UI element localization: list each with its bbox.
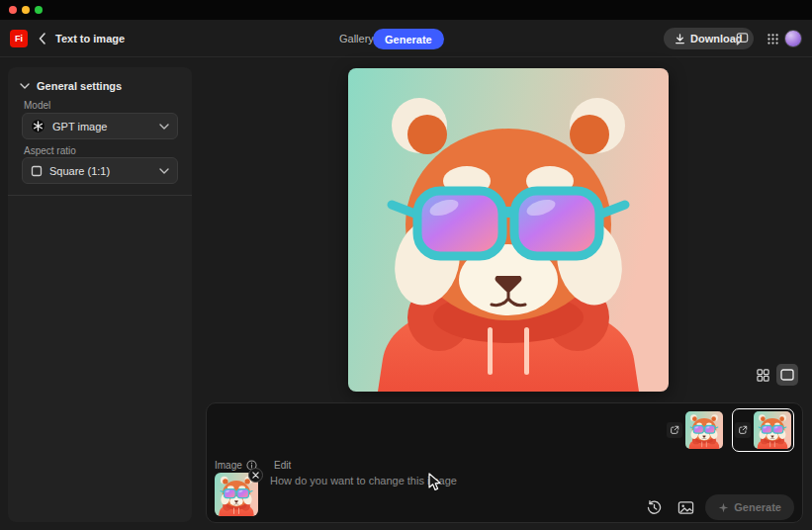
gpt-image-model-icon	[31, 119, 45, 133]
view-mode-toggles	[752, 364, 798, 386]
generate-button-top[interactable]: Generate	[373, 29, 444, 49]
aspect-ratio-label: Aspect ratio	[24, 145, 76, 156]
firefly-app-window: Fi Text to image Gallery Generate Downlo…	[0, 0, 812, 530]
image-label-text: Image	[215, 460, 242, 471]
open-in-new-button[interactable]	[735, 422, 751, 438]
model-value: GPT image	[52, 121, 152, 132]
minimize-window-button[interactable]	[22, 6, 30, 14]
apps-grid-icon	[767, 33, 779, 45]
zoom-window-button[interactable]	[35, 6, 43, 14]
open-in-new-button[interactable]	[667, 422, 682, 438]
grid-view-button[interactable]	[752, 364, 773, 386]
grid-view-icon	[757, 369, 769, 382]
reference-image-icon	[677, 499, 694, 516]
sparkle-icon	[718, 502, 729, 513]
generation-thumbnail-1[interactable]	[664, 408, 726, 452]
aspect-ratio-dropdown[interactable]: Square (1:1)	[22, 157, 178, 184]
aspect-ratio-value: Square (1:1)	[49, 165, 152, 177]
page-title: Text to image	[55, 33, 125, 44]
model-dropdown[interactable]: GPT image	[22, 113, 178, 139]
close-window-button[interactable]	[9, 6, 17, 14]
prompt-controls: Generate	[642, 494, 794, 520]
thumbnail-image	[754, 411, 791, 449]
gallery-link[interactable]: Gallery	[339, 33, 374, 44]
prompt-input[interactable]	[270, 475, 656, 516]
firefly-logo[interactable]: Fi	[10, 30, 28, 47]
prompt-panel: Image Edit	[206, 402, 803, 523]
reference-image-button[interactable]	[674, 495, 697, 519]
edit-label-text: Edit	[274, 460, 291, 471]
user-avatar[interactable]	[784, 30, 802, 47]
close-icon	[252, 472, 259, 479]
general-settings-section-toggle[interactable]: General settings	[20, 80, 122, 92]
generate-button-bottom[interactable]: Generate	[705, 494, 794, 520]
open-in-new-icon	[670, 425, 679, 435]
general-settings-title: General settings	[37, 80, 122, 92]
window-titlebar	[0, 0, 812, 20]
comments-button[interactable]	[734, 31, 751, 47]
thumbnail-image	[685, 411, 723, 449]
square-aspect-icon	[31, 165, 43, 177]
download-icon	[675, 34, 685, 44]
generation-thumbnails	[664, 408, 794, 452]
history-icon	[646, 499, 663, 516]
apps-menu-button[interactable]	[765, 31, 781, 47]
model-label: Model	[24, 100, 50, 111]
back-button[interactable]	[35, 31, 50, 46]
generated-image-red-panda	[348, 68, 669, 392]
chevron-down-icon	[20, 83, 30, 89]
remove-reference-image-button[interactable]	[248, 468, 263, 483]
generation-thumbnail-2-selected[interactable]	[732, 408, 794, 452]
single-view-icon	[780, 369, 794, 381]
sidebar-divider	[8, 195, 192, 196]
edit-section-label: Edit	[274, 460, 291, 471]
single-view-button[interactable]	[776, 364, 798, 386]
chevron-down-icon	[159, 168, 169, 174]
generate-bottom-label: Generate	[734, 501, 781, 513]
settings-sidebar: General settings Model GPT image Aspect …	[8, 67, 192, 522]
chevron-down-icon	[159, 124, 169, 130]
back-icon	[39, 33, 46, 44]
comment-icon	[735, 32, 750, 46]
app-header: Fi Text to image Gallery Generate Downlo…	[0, 20, 812, 57]
open-in-new-icon	[738, 425, 748, 435]
reference-image-thumbnail[interactable]	[215, 473, 258, 516]
history-button[interactable]	[642, 495, 666, 519]
